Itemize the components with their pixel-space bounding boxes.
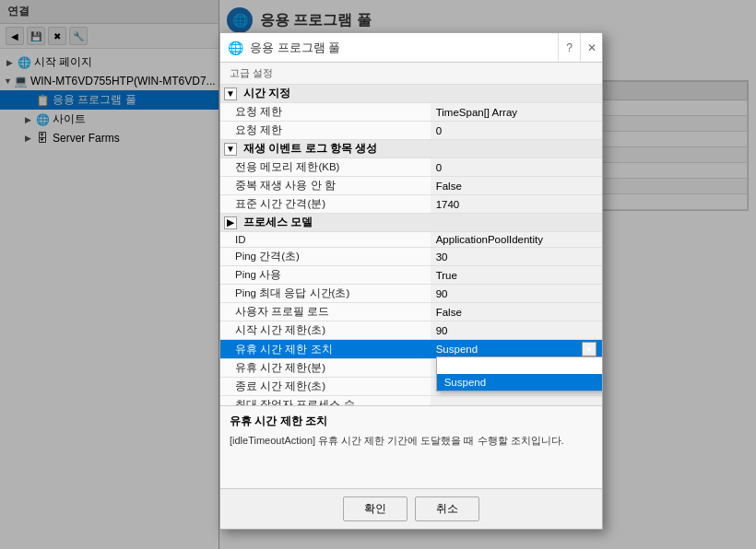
prop-row: Ping 사용True <box>220 266 602 285</box>
dialog-subtitle: 고급 설정 <box>220 63 602 85</box>
prop-key: 요청 제한 <box>220 122 431 140</box>
prop-key: 전용 메모리 제한(KB) <box>220 158 431 177</box>
prop-key: 표준 시간 간격(분) <box>220 195 431 214</box>
prop-value: True <box>431 266 602 285</box>
dialog-close-btn[interactable]: ✕ <box>580 33 602 62</box>
description-area: 유휴 시간 제한 조치 [idleTimeoutAction] 유휴 시간 제한… <box>220 405 602 488</box>
prop-row: 전용 메모리 제한(KB)0 <box>220 158 602 177</box>
section-label[interactable]: ▶ 프로세스 모델 <box>220 214 602 232</box>
prop-row: ▼ 재생 이벤트 로그 항목 생성 <box>220 140 602 158</box>
section-label[interactable]: ▼ 재생 이벤트 로그 항목 생성 <box>220 140 602 158</box>
dropdown-arrow-icon[interactable]: ▼ <box>582 342 597 356</box>
prop-key: Ping 간격(초) <box>220 248 431 266</box>
prop-key: 중복 재생 사용 안 함 <box>220 177 431 195</box>
dialog: 🌐 응용 프로그램 풀 ? ✕ 고급 설정 ▼ 시간 지정 요청 제한TimeS… <box>219 32 603 530</box>
dialog-titlebar: 🌐 응용 프로그램 풀 ? ✕ <box>220 33 602 63</box>
dropdown-item[interactable]: Terminate <box>437 357 602 374</box>
prop-value: 0 <box>431 158 602 177</box>
prop-key: Ping 사용 <box>220 266 431 285</box>
section-toggle-icon[interactable]: ▼ <box>224 88 237 100</box>
ok-button[interactable]: 확인 <box>343 496 408 521</box>
prop-row: Ping 최대 응답 시간(초)90 <box>220 285 602 303</box>
prop-key: 요청 제한 <box>220 103 431 122</box>
prop-value <box>431 396 602 406</box>
section-label[interactable]: ▼ 시간 지정 <box>220 85 602 103</box>
section-toggle-icon[interactable]: ▼ <box>224 143 237 156</box>
prop-row: 최대 작업자 프로세스 수 <box>220 396 602 406</box>
dialog-title: 응용 프로그램 풀 <box>250 33 558 62</box>
dropdown-value: Suspend <box>436 344 478 355</box>
dialog-footer: 확인 취소 <box>220 488 602 529</box>
prop-scroll-area[interactable]: ▼ 시간 지정 요청 제한TimeSpan[] Array요청 제한0 ▼ 재생… <box>220 85 602 405</box>
description-text: [idleTimeoutAction] 유휴 시간 제한 기간에 도달했을 때 … <box>230 433 593 449</box>
prop-row: Ping 간격(초)30 <box>220 248 602 266</box>
prop-key: 유휴 시간 제한(분) <box>220 359 431 378</box>
section-toggle-icon[interactable]: ▶ <box>224 216 237 229</box>
cancel-button[interactable]: 취소 <box>415 496 479 521</box>
prop-row: ▼ 시간 지정 <box>220 85 602 103</box>
prop-value: 30 <box>431 248 602 266</box>
prop-row: 요청 제한0 <box>220 122 602 140</box>
prop-row[interactable]: 유휴 시간 제한 조치 Suspend ▼ TerminateSuspend <box>220 340 602 359</box>
prop-key: ID <box>220 232 431 248</box>
prop-row: 시작 시간 제한(초)90 <box>220 321 602 340</box>
prop-row: 요청 제한TimeSpan[] Array <box>220 103 602 122</box>
prop-row: 중복 재생 사용 안 함False <box>220 177 602 195</box>
prop-value: 1740 <box>431 195 602 214</box>
prop-value: False <box>431 177 602 195</box>
prop-row: ▶ 프로세스 모델 <box>220 214 602 232</box>
prop-row: 표준 시간 간격(분)1740 <box>220 195 602 214</box>
prop-value-dropdown[interactable]: Suspend ▼ TerminateSuspend <box>431 340 602 359</box>
prop-value: 90 <box>431 321 602 340</box>
dialog-help-btn[interactable]: ? <box>558 33 580 62</box>
prop-table: ▼ 시간 지정 요청 제한TimeSpan[] Array요청 제한0 ▼ 재생… <box>220 85 602 405</box>
dialog-icon: 🌐 <box>220 33 250 62</box>
prop-value: ApplicationPoolIdentity <box>431 232 602 248</box>
dialog-body: ▼ 시간 지정 요청 제한TimeSpan[] Array요청 제한0 ▼ 재생… <box>220 85 602 488</box>
prop-key: 시작 시간 제한(초) <box>220 321 431 340</box>
prop-value: TimeSpan[] Array <box>431 103 602 122</box>
prop-row: IDApplicationPoolIdentity <box>220 232 602 248</box>
dropdown-popup: TerminateSuspend <box>436 356 602 391</box>
prop-key: 사용자 프로필 로드 <box>220 303 431 321</box>
prop-value: 90 <box>431 285 602 303</box>
prop-key: 최대 작업자 프로세스 수 <box>220 396 431 406</box>
prop-value: False <box>431 303 602 321</box>
prop-key: 종료 시간 제한(초) <box>220 378 431 396</box>
prop-value: 0 <box>431 122 602 140</box>
prop-key: Ping 최대 응답 시간(초) <box>220 285 431 303</box>
prop-row: 사용자 프로필 로드False <box>220 303 602 321</box>
dropdown-item[interactable]: Suspend <box>437 374 602 391</box>
prop-key: 유휴 시간 제한 조치 <box>220 340 431 359</box>
description-title: 유휴 시간 제한 조치 <box>230 414 593 429</box>
